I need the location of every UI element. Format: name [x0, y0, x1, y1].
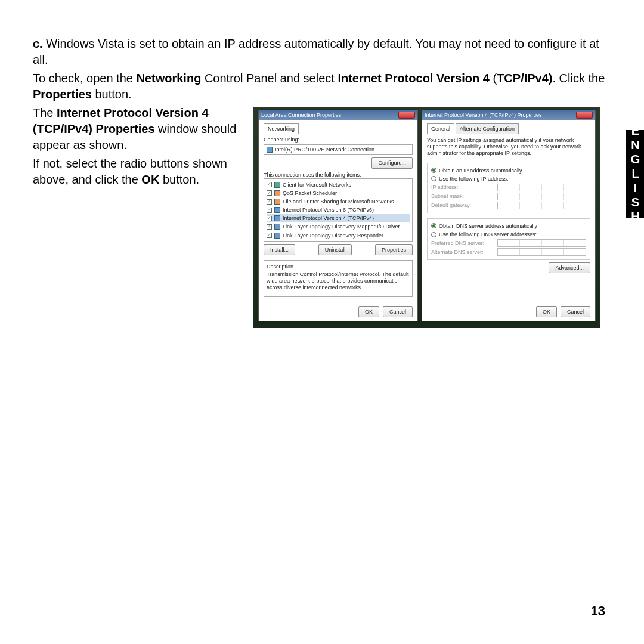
radio-use-dns[interactable]: Use the following DNS server addresses: — [431, 231, 586, 238]
uninstall-button[interactable]: Uninstall — [318, 244, 352, 255]
paragraph-c: c. Windows Vista is set to obtain an IP … — [33, 36, 605, 68]
item3: Internet Protocol Version 6 (TCP/IPv6) — [283, 206, 374, 213]
radio-use-ip[interactable]: Use the following IP address: — [431, 175, 586, 182]
list-item[interactable]: Link-Layer Topology Discovery Responder — [267, 231, 410, 240]
lltd-responder-icon — [274, 233, 280, 239]
description-text: Transmission Control Protocol/Internet P… — [267, 271, 410, 290]
p2e: ( — [490, 72, 497, 85]
checkbox-icon[interactable] — [267, 190, 272, 196]
ip-input[interactable] — [497, 184, 586, 191]
winA-title: Local Area Connection Properties — [261, 112, 341, 119]
tab-alternate-config[interactable]: Alternate Configuration — [456, 123, 519, 134]
pdns-label: Preferred DNS server: — [431, 240, 494, 247]
screenshot-area: Local Area Connection Properties Network… — [253, 107, 600, 328]
dns-auto-label: Obtain DNS server address automatically — [439, 222, 537, 230]
checkbox-icon[interactable] — [267, 233, 272, 238]
checkbox-icon[interactable] — [267, 208, 272, 213]
r-manual-label: Use the following IP address: — [439, 175, 508, 182]
item4: Internet Protocol Version 4 (TCP/IPv4) — [283, 215, 374, 222]
gateway-input[interactable] — [497, 202, 586, 209]
close-icon[interactable] — [576, 112, 593, 119]
paragraph-radio-note: If not, select the radio buttons shown a… — [33, 156, 247, 188]
p2f: TCP/IPv4) — [497, 72, 552, 85]
gateway-row: Default gateway: — [431, 202, 586, 209]
radio-obtain-dns-auto[interactable]: Obtain DNS server address automatically — [431, 222, 586, 230]
alt-dns-input[interactable] — [497, 248, 586, 256]
list-item[interactable]: Internet Protocol Version 6 (TCP/IPv6) — [267, 206, 410, 214]
ok-button[interactable]: OK — [536, 306, 557, 317]
network-adapter-icon — [267, 147, 273, 153]
connection-items-list[interactable]: Client for Microsoft Networks QoS Packet… — [264, 178, 413, 242]
properties-button[interactable]: Properties — [375, 244, 413, 255]
client-icon — [274, 182, 280, 188]
close-icon[interactable] — [398, 112, 415, 119]
p2c: Control Panel and select — [201, 72, 338, 85]
ipv4-icon — [274, 215, 280, 221]
p2h: Properties — [33, 88, 92, 101]
checkbox-icon[interactable] — [267, 216, 272, 221]
item6: Link-Layer Topology Discovery Responder — [283, 232, 383, 239]
radio-dot-icon — [431, 176, 436, 181]
items-label: This connection uses the following items… — [264, 171, 413, 178]
list-item-selected[interactable]: Internet Protocol Version 4 (TCP/IPv4) — [267, 214, 410, 222]
p2a: To check, open the — [33, 72, 136, 85]
subnet-row: Subnet mask: — [431, 193, 586, 200]
alt-dns-row: Alternate DNS server: — [431, 248, 586, 256]
radio-obtain-ip-auto[interactable]: Obtain an IP address automatically — [431, 167, 586, 174]
adapter-field[interactable]: Intel(R) PRO/100 VE Network Connection — [264, 144, 413, 155]
cancel-button[interactable]: Cancel — [383, 306, 413, 317]
pref-dns-input[interactable] — [497, 239, 586, 247]
language-tab: ENGLISH — [626, 130, 644, 218]
tab-networking[interactable]: Networking — [264, 123, 299, 134]
checkbox-icon[interactable] — [267, 224, 272, 230]
subnet-input[interactable] — [497, 193, 586, 200]
adns-label: Alternate DNS server: — [431, 249, 494, 256]
radio-dot-on-icon — [431, 223, 436, 228]
r-auto-label: Obtain an IP address automatically — [439, 167, 522, 174]
install-button[interactable]: Install... — [264, 244, 295, 255]
item0: Client for Microsoft Networks — [283, 181, 351, 188]
ipv6-icon — [274, 207, 280, 213]
ip-settings-group: Obtain an IP address automatically Use t… — [427, 163, 590, 213]
local-area-connection-window: Local Area Connection Properties Network… — [258, 110, 418, 321]
description-label: Description — [267, 263, 410, 270]
item1: QoS Packet Scheduler — [283, 190, 337, 197]
radio-dot-icon — [431, 232, 436, 237]
fileprint-icon — [274, 199, 280, 205]
list-item[interactable]: QoS Packet Scheduler — [267, 189, 410, 197]
ip-label: IP address: — [431, 184, 494, 191]
p2b: Networking — [136, 72, 201, 85]
cancel-button[interactable]: Cancel — [561, 306, 590, 317]
pref-dns-row: Preferred DNS server: — [431, 239, 586, 247]
dns-settings-group: Obtain DNS server address automatically … — [427, 218, 590, 260]
advanced-button[interactable]: Advanced... — [549, 262, 590, 273]
list-item[interactable]: Link-Layer Topology Discovery Mapper I/O… — [267, 222, 410, 231]
p2i: button. — [92, 88, 132, 101]
adapter-text: Intel(R) PRO/100 VE Network Connection — [275, 146, 374, 153]
page-number: 13 — [591, 602, 605, 620]
tab-general[interactable]: General — [427, 123, 454, 134]
ipv4-help-text: You can get IP settings assigned automat… — [427, 137, 590, 156]
p3a: The — [33, 106, 57, 119]
description-frame: Description Transmission Control Protoco… — [264, 260, 413, 298]
p2g: . Click the — [552, 72, 605, 85]
lltd-mapper-icon — [274, 224, 280, 230]
connect-using-label: Connect using: — [264, 136, 413, 143]
radio-dot-on-icon — [431, 168, 436, 173]
ip-address-row: IP address: — [431, 184, 586, 191]
paragraph-window-desc: The Internet Protocol Version 4 (TCP/IPv… — [33, 105, 247, 153]
list-item[interactable]: File and Printer Sharing for Microsoft N… — [267, 197, 410, 206]
winB-title: Internet Protocol Version 4 (TCP/IPv4) P… — [425, 112, 542, 119]
p2d: Internet Protocol Version 4 — [338, 72, 490, 85]
checkbox-icon[interactable] — [267, 199, 272, 205]
step-label-c: c. — [33, 37, 43, 50]
winB-titlebar: Internet Protocol Version 4 (TCP/IPv4) P… — [422, 110, 595, 120]
gw-label: Default gateway: — [431, 202, 494, 209]
item2: File and Printer Sharing for Microsoft N… — [283, 198, 394, 205]
qos-icon — [274, 190, 280, 196]
configure-button[interactable]: Configure... — [371, 157, 413, 168]
list-item[interactable]: Client for Microsoft Networks — [267, 181, 410, 189]
p1-text: Windows Vista is set to obtain an IP add… — [33, 37, 599, 66]
ok-button[interactable]: OK — [358, 306, 379, 317]
checkbox-icon[interactable] — [267, 182, 272, 187]
